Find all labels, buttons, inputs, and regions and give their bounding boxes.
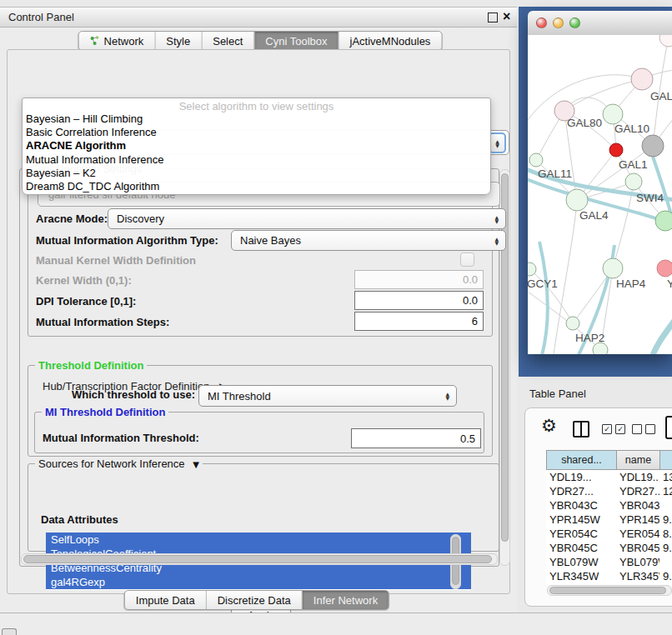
node-label-gal11: GAL11	[538, 168, 572, 180]
table-cell: 8.	[659, 527, 672, 541]
node-label-hap2: HAP2	[575, 332, 604, 344]
which-threshold-combo[interactable]: MI Threshold ▲▼	[198, 385, 457, 407]
bottom-tab-label: Discretize Data	[218, 594, 291, 607]
document-icon[interactable]	[665, 416, 672, 439]
dpi-tolerance-field[interactable]: 0.0	[354, 291, 484, 310]
tab-jactivemnodules[interactable]: jActiveMNodules	[339, 32, 442, 50]
network-canvas[interactable]: GALGAL80GAL10GAL11GAL1GAL4SWI4GCY1HAP4YH…	[528, 35, 672, 354]
aracne-mode-value: Discovery	[117, 212, 164, 225]
settings-horizontal-scrollbar[interactable]	[21, 553, 498, 565]
algorithm-dropdown-popup: Select algorithm to view settings Bayesi…	[22, 98, 491, 195]
dropdown-item-mutual-information-inference[interactable]: Mutual Information Inference	[26, 153, 487, 167]
network-node-gal10[interactable]	[603, 104, 623, 124]
which-threshold-value: MI Threshold	[208, 390, 271, 402]
minimized-panel-button[interactable]	[2, 628, 17, 635]
table-panel-title: Table Panel	[529, 388, 586, 400]
dropdown-item-dream8-dc-tdc-algorithm[interactable]: Dream8 DC_TDC Algorithm	[26, 180, 487, 193]
columns-icon[interactable]	[573, 421, 589, 438]
network-node-gal4[interactable]	[566, 189, 588, 211]
tab-style[interactable]: Style	[154, 32, 201, 50]
table-row[interactable]: YDL19...YDL19...13	[546, 470, 672, 484]
bottom-tab-label: Infer Network	[313, 594, 378, 607]
dropdown-item-basic-correlation-inference[interactable]: Basic Correlation Inference	[26, 126, 487, 139]
bottom-tab-discretize-data[interactable]: Discretize Data	[206, 591, 302, 609]
collapse-arrow-icon[interactable]: ▼	[193, 460, 199, 469]
network-node-gal11[interactable]	[529, 153, 543, 167]
network-node-gal7[interactable]	[631, 68, 653, 90]
settings-horizontal-scrollbar-thumb[interactable]	[23, 555, 492, 563]
network-node-pale-top[interactable]	[659, 35, 672, 47]
manual-kernel-checkbox	[460, 252, 474, 267]
node-label-y: Y	[667, 278, 672, 290]
table-cell: 9.	[659, 569, 672, 583]
attribute-item-gal4rgexp[interactable]: gal4RGexp	[46, 575, 471, 589]
table-row[interactable]: YBR043CYBR043C	[546, 498, 672, 512]
checked-boxes-icon[interactable]: ✓✓	[602, 424, 625, 434]
network-node-bottom-node[interactable]	[593, 342, 608, 354]
attribute-item-selfloops[interactable]: SelfLoops	[46, 532, 471, 547]
network-node-gal1[interactable]	[625, 173, 642, 190]
network-node-hap4[interactable]	[603, 258, 623, 278]
table-cell: YDR27...	[546, 484, 616, 498]
table-cell: YPR145W	[616, 512, 659, 527]
network-icon	[90, 36, 100, 46]
sources-title-text: Sources for Network Inference	[38, 458, 185, 470]
close-traffic-light[interactable]	[536, 18, 547, 28]
aracne-mode-combo[interactable]: Discovery ▲▼	[108, 208, 506, 229]
tab-label: Cyni Toolbox	[265, 35, 327, 48]
table-cell: YER054C	[616, 527, 659, 541]
network-node-gray-node[interactable]	[642, 135, 664, 157]
table-row[interactable]: YBR045CYBR045C9.	[546, 541, 672, 555]
network-edge	[539, 242, 548, 354]
combo-arrows-icon: ▲▼	[494, 215, 499, 223]
network-node-salmon-node[interactable]	[657, 260, 672, 277]
unchecked-boxes-icon[interactable]	[632, 424, 655, 434]
tab-network[interactable]: Network	[79, 32, 155, 50]
dpi-tolerance-value: 0.0	[463, 294, 478, 307]
table-row[interactable]: YPR145WYPR145W9.	[546, 512, 672, 527]
tab-label: Network	[104, 35, 144, 48]
network-node-hap2[interactable]	[566, 317, 579, 330]
table-cell: YER054C	[546, 527, 616, 541]
column-header-clipped[interactable]	[659, 451, 672, 469]
node-label-gcy1: GCY1	[528, 278, 558, 290]
table-horizontal-scrollbar-thumb[interactable]	[549, 587, 666, 594]
close-icon[interactable]: ×	[503, 9, 510, 24]
node-label-gal80: GAL80	[567, 117, 602, 129]
table-cell	[659, 498, 672, 512]
table-horizontal-scrollbar[interactable]	[547, 585, 672, 596]
combo-spinner-icon[interactable]: ▲▼	[489, 132, 506, 153]
gear-icon[interactable]: ⚙	[541, 418, 557, 435]
dropdown-item-bayesian-hill-climbing[interactable]: Bayesian – Hill Climbing	[26, 112, 487, 126]
table-body: YDL19...YDL19...13YDR27...YDR27...12YBR0…	[546, 470, 672, 585]
node-label-gal4: GAL4	[579, 209, 609, 222]
table-row[interactable]: YDR27...YDR27...12	[546, 484, 672, 498]
table-cell: 13	[659, 470, 672, 484]
dropdown-item-bayesian-k2[interactable]: Bayesian – K2	[26, 167, 487, 180]
tab-cyni-toolbox[interactable]: Cyni Toolbox	[253, 32, 338, 50]
float-window-icon[interactable]	[488, 12, 498, 22]
node-label-gal10: GAL10	[614, 122, 649, 135]
mi-steps-field[interactable]: 6	[354, 312, 484, 331]
tab-select[interactable]: Select	[201, 32, 253, 50]
column-header-shared...[interactable]: shared...	[546, 451, 616, 469]
mi-threshold-field[interactable]: 0.5	[351, 428, 481, 448]
network-view-window: GALGAL80GAL10GAL11GAL1GAL4SWI4GCY1HAP4YH…	[528, 11, 672, 354]
column-header-name[interactable]: name	[616, 451, 659, 469]
mi-algorithm-type-value: Naive Bayes	[240, 234, 301, 247]
node-label-swi4: SWI4	[636, 192, 664, 204]
dropdown-item-aracne-algorithm[interactable]: ARACNE Algorithm	[26, 139, 487, 152]
network-node-red-node[interactable]	[609, 143, 623, 157]
tab-label: Select	[213, 35, 243, 48]
combo-arrows-icon: ▲▼	[445, 392, 449, 400]
tab-label: jActiveMNodules	[350, 35, 431, 48]
table-row[interactable]: YBL079WYBL079W	[546, 555, 672, 569]
minimize-traffic-light[interactable]	[553, 18, 564, 28]
mi-algorithm-type-combo[interactable]: Naive Bayes ▲▼	[231, 230, 506, 251]
zoom-traffic-light[interactable]	[569, 18, 580, 28]
network-node-swi4[interactable]	[655, 211, 672, 231]
table-row[interactable]: YER054CYER054C8.	[546, 527, 672, 541]
bottom-tab-infer-network[interactable]: Infer Network	[302, 591, 389, 609]
bottom-tab-impute-data[interactable]: Impute Data	[125, 591, 206, 609]
table-row[interactable]: YLR345WYLR345W9.	[546, 569, 672, 583]
